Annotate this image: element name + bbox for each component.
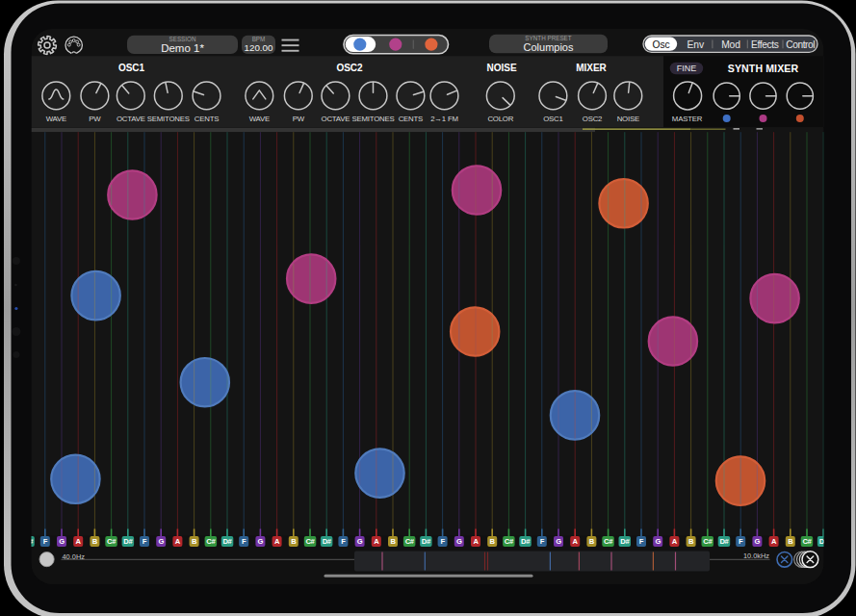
svg-text:C#: C# <box>802 537 812 546</box>
svg-text:B: B <box>490 537 496 546</box>
svg-text:A: A <box>374 537 379 546</box>
svg-text:C#: C# <box>703 537 713 546</box>
svg-text:A: A <box>771 537 777 546</box>
svg-text:F: F <box>440 537 445 546</box>
svg-text:SEMITONES: SEMITONES <box>352 115 395 123</box>
svg-text:C#: C# <box>305 537 315 546</box>
svg-text:F: F <box>143 537 147 546</box>
svg-text:B: B <box>92 537 98 546</box>
svg-text:FINE: FINE <box>677 64 697 73</box>
svg-text:G: G <box>456 537 462 546</box>
svg-text:C#: C# <box>206 537 216 546</box>
svg-text:F: F <box>739 537 743 546</box>
svg-text:D#: D# <box>521 537 531 546</box>
svg-text:NOISE: NOISE <box>617 115 639 123</box>
svg-text:D#: D# <box>422 537 431 546</box>
svg-text:Osc: Osc <box>652 39 669 50</box>
svg-text:B: B <box>788 537 793 546</box>
svg-text:MASTER: MASTER <box>672 115 703 123</box>
svg-text:OSC2: OSC2 <box>336 63 363 73</box>
svg-text:120.00: 120.00 <box>245 42 274 53</box>
svg-text:C#: C# <box>505 537 514 546</box>
svg-text:G: G <box>258 537 264 546</box>
svg-text:SEMITONES: SEMITONES <box>147 115 190 123</box>
svg-text:D#: D# <box>620 537 630 546</box>
svg-text:A: A <box>573 537 579 546</box>
svg-text:G: G <box>59 537 65 546</box>
svg-text:D#: D# <box>323 537 332 546</box>
svg-text:A: A <box>76 537 82 546</box>
svg-text:B: B <box>589 537 595 546</box>
svg-text:C#: C# <box>405 537 415 546</box>
svg-text:SYNTH MIXER: SYNTH MIXER <box>728 63 799 74</box>
svg-text:A: A <box>175 537 181 546</box>
svg-text:BPM: BPM <box>252 36 266 42</box>
svg-text:A: A <box>274 537 280 546</box>
svg-text:Env: Env <box>687 39 705 50</box>
svg-text:PW: PW <box>89 115 101 123</box>
svg-text:F: F <box>242 537 246 546</box>
svg-text:D#: D# <box>222 537 232 546</box>
svg-text:WAVE: WAVE <box>46 115 66 123</box>
svg-text:F: F <box>341 537 346 546</box>
svg-text:A: A <box>672 537 678 546</box>
svg-text:C#: C# <box>604 537 613 546</box>
svg-text:G: G <box>655 537 661 546</box>
svg-text:COLOR: COLOR <box>487 115 513 123</box>
svg-text:F: F <box>540 537 545 546</box>
svg-text:10.0kHz: 10.0kHz <box>743 552 769 560</box>
svg-text:B: B <box>291 537 297 546</box>
svg-text:Mod: Mod <box>721 39 740 50</box>
svg-text:OSC1: OSC1 <box>118 63 145 73</box>
svg-text:OCTAVE: OCTAVE <box>322 115 350 123</box>
svg-text:B: B <box>688 537 694 546</box>
svg-text:CENTS: CENTS <box>195 115 219 123</box>
svg-text:NOISE: NOISE <box>486 63 516 73</box>
svg-text:OCTAVE: OCTAVE <box>117 115 145 123</box>
svg-text:A: A <box>473 537 479 546</box>
svg-text:F: F <box>639 537 644 546</box>
svg-text:CENTS: CENTS <box>399 115 423 123</box>
svg-text:PW: PW <box>293 115 305 123</box>
svg-text:OSC2: OSC2 <box>583 115 602 123</box>
svg-text:B: B <box>192 537 197 546</box>
svg-text:WAVE: WAVE <box>249 115 270 123</box>
svg-text:40.0Hz: 40.0Hz <box>63 552 86 561</box>
svg-text:2→1 FM: 2→1 FM <box>430 115 458 123</box>
svg-text:G: G <box>158 537 164 546</box>
svg-text:G: G <box>357 537 363 546</box>
svg-text:Columpios: Columpios <box>524 41 574 53</box>
svg-text:G: G <box>556 537 561 546</box>
svg-text:Demo 1*: Demo 1* <box>161 42 204 54</box>
svg-text:B: B <box>390 537 396 546</box>
svg-text:OSC1: OSC1 <box>543 115 562 123</box>
svg-text:D#: D# <box>719 537 729 546</box>
svg-text:D#: D# <box>123 537 133 546</box>
svg-text:C#: C# <box>107 537 117 546</box>
svg-text:G: G <box>755 537 761 546</box>
svg-text:Control: Control <box>786 39 815 50</box>
svg-text:MIXER: MIXER <box>576 63 607 73</box>
svg-text:Effects: Effects <box>751 39 779 50</box>
svg-text:F: F <box>43 537 48 546</box>
